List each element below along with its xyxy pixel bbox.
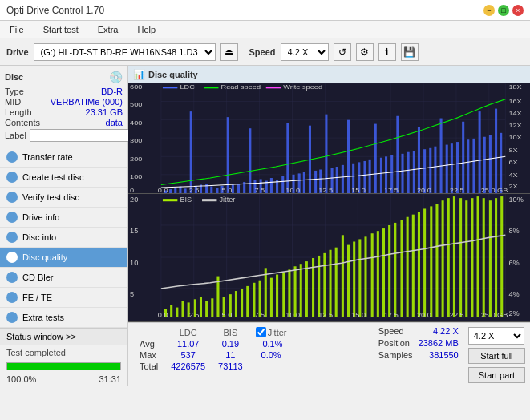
svg-text:10.0: 10.0 xyxy=(285,188,301,193)
speed-dropdown[interactable]: 4.2 X xyxy=(468,327,524,345)
svg-rect-170 xyxy=(388,225,390,317)
svg-rect-184 xyxy=(471,198,473,317)
svg-rect-169 xyxy=(382,228,385,317)
type-value: BD-R xyxy=(101,87,123,96)
svg-text:20: 20 xyxy=(130,196,138,204)
total-label: Total xyxy=(133,361,164,372)
svg-rect-189 xyxy=(500,196,503,317)
length-label: Length xyxy=(5,107,32,117)
svg-rect-162 xyxy=(342,235,344,317)
svg-text:20.0: 20.0 xyxy=(417,188,432,193)
refresh-button[interactable]: ↺ xyxy=(334,43,351,61)
svg-rect-146 xyxy=(246,286,249,317)
svg-rect-138 xyxy=(200,297,202,317)
svg-rect-158 xyxy=(318,256,320,317)
svg-text:6X: 6X xyxy=(508,160,518,166)
svg-text:10: 10 xyxy=(130,259,138,267)
position-label: Position xyxy=(378,338,410,348)
svg-text:25.0 GB: 25.0 GB xyxy=(481,311,508,319)
disc-quality-icon xyxy=(6,252,18,263)
svg-rect-171 xyxy=(394,223,396,317)
svg-text:LDC: LDC xyxy=(180,84,195,90)
label-label: Label xyxy=(5,131,26,140)
svg-rect-51 xyxy=(336,167,338,193)
svg-rect-20 xyxy=(169,189,172,193)
svg-text:2%: 2% xyxy=(508,309,519,317)
start-full-button[interactable]: Start full xyxy=(468,348,525,364)
svg-text:10X: 10X xyxy=(508,135,522,141)
drive-select[interactable]: (G:) HL-DT-ST BD-RE WH16NS48 1.D3 xyxy=(34,43,216,61)
svg-rect-73 xyxy=(456,142,459,193)
sidebar-item-extra-tests[interactable]: Extra tests xyxy=(0,308,127,328)
svg-rect-109 xyxy=(163,87,177,88)
save-button[interactable]: 💾 xyxy=(401,43,419,61)
speed-select[interactable]: 4.2 X xyxy=(281,43,329,61)
svg-rect-68 xyxy=(429,148,431,193)
svg-rect-42 xyxy=(286,123,289,193)
sidebar-item-cd-bler[interactable]: CD Bler xyxy=(0,268,127,288)
svg-rect-212 xyxy=(202,199,216,201)
svg-rect-23 xyxy=(184,188,187,193)
chart-header-icon: 📊 xyxy=(133,69,145,80)
svg-text:0.0: 0.0 xyxy=(158,311,168,319)
svg-text:25.0 GB: 25.0 GB xyxy=(481,188,508,193)
svg-rect-175 xyxy=(418,212,420,317)
svg-text:17.5: 17.5 xyxy=(384,311,399,319)
menu-extra[interactable]: Extra xyxy=(95,24,122,35)
lower-chart: 20 15 10 5 10% 8% 6% 4% 2% 0.0 2.5 5.0 7… xyxy=(128,194,530,322)
maximize-button[interactable]: □ xyxy=(498,5,509,16)
svg-text:15: 15 xyxy=(130,227,138,235)
sidebar-item-disc-info[interactable]: Disc info xyxy=(0,228,127,248)
sidebar-item-drive-info[interactable]: Drive info xyxy=(0,208,127,228)
menu-file[interactable]: File xyxy=(6,24,27,35)
svg-rect-164 xyxy=(353,241,355,317)
svg-rect-173 xyxy=(407,217,409,317)
sidebar-item-transfer-rate[interactable]: Transfer rate xyxy=(0,147,127,168)
svg-rect-75 xyxy=(467,139,469,193)
svg-text:400: 400 xyxy=(130,120,143,126)
window-controls: − □ × xyxy=(483,5,524,16)
menu-help[interactable]: Help xyxy=(134,24,159,35)
svg-rect-182 xyxy=(459,198,462,317)
menubar: File Start test Extra Help xyxy=(0,21,530,38)
settings-button[interactable]: ⚙ xyxy=(356,43,374,61)
drive-info-label: Drive info xyxy=(22,212,59,222)
svg-rect-69 xyxy=(434,147,436,193)
sidebar-item-create-test-disc[interactable]: Create test disc xyxy=(0,168,127,188)
label-input[interactable] xyxy=(30,129,136,142)
speed-info: Speed 4.22 X Position 23862 MB Samples 3… xyxy=(378,326,459,383)
start-part-button[interactable]: Start part xyxy=(468,367,525,383)
sidebar-item-disc-quality[interactable]: Disc quality xyxy=(0,248,127,268)
svg-rect-179 xyxy=(442,200,444,317)
drivebar: Drive (G:) HL-DT-ST BD-RE WH16NS48 1.D3 … xyxy=(0,38,530,66)
svg-rect-168 xyxy=(377,231,379,317)
svg-rect-71 xyxy=(446,145,448,193)
close-button[interactable]: × xyxy=(512,5,524,16)
svg-rect-185 xyxy=(477,196,479,317)
status-window-button[interactable]: Status window >> xyxy=(0,329,127,345)
svg-rect-166 xyxy=(364,236,366,317)
svg-text:Write speed: Write speed xyxy=(283,84,322,90)
minimize-button[interactable]: − xyxy=(483,5,495,16)
menu-start-test[interactable]: Start test xyxy=(40,24,82,35)
svg-rect-181 xyxy=(453,196,455,317)
fe-te-label: FE / TE xyxy=(22,293,52,302)
info-button[interactable]: ℹ xyxy=(378,43,396,61)
sidebar-item-verify-test-disc[interactable]: Verify test disc xyxy=(0,188,127,208)
svg-text:15.0: 15.0 xyxy=(351,188,366,193)
stats-table: LDC BIS Jitter Avg xyxy=(133,326,369,383)
svg-rect-39 xyxy=(270,178,273,193)
stats-bar: LDC BIS Jitter Avg xyxy=(128,322,530,386)
sidebar-item-fe-te[interactable]: FE / TE xyxy=(0,288,127,308)
type-label: Type xyxy=(5,87,24,96)
eject-button[interactable]: ⏏ xyxy=(220,43,238,61)
cd-bler-icon xyxy=(6,272,18,283)
progress-percent: 100.0% xyxy=(6,374,36,384)
svg-rect-58 xyxy=(374,124,377,193)
svg-text:10%: 10% xyxy=(508,196,523,204)
contents-label: Contents xyxy=(5,118,40,127)
speed-stat-label: Speed xyxy=(378,326,404,336)
verify-test-disc-icon xyxy=(6,192,18,203)
position-value: 23862 MB xyxy=(419,338,459,348)
jitter-checkbox[interactable] xyxy=(256,327,266,337)
